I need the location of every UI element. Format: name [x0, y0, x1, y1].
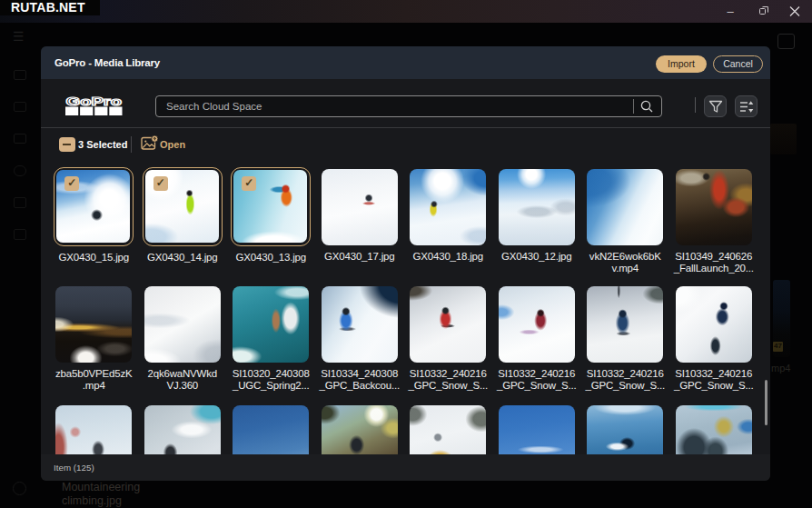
- svg-text:GoPro: GoPro: [66, 95, 123, 108]
